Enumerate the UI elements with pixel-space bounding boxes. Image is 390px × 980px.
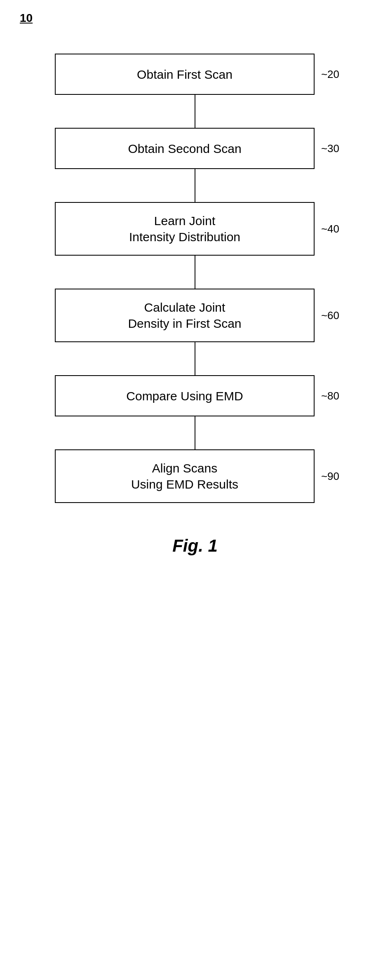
connector-2 [195,169,195,202]
step-60-ref: ~60 [321,309,339,322]
step-20-label: Obtain First Scan [137,66,233,82]
flow-box-20: Obtain First Scan [55,54,315,95]
step-20-ref: ~20 [321,68,339,81]
flow-box-80: Compare Using EMD [55,375,315,416]
flow-box-30: Obtain Second Scan [55,128,315,169]
connector-4 [195,342,195,375]
flow-step-90: Align ScansUsing EMD Results ~90 [55,449,335,503]
flowchart: Obtain First Scan ~20 Obtain Second Scan… [0,54,390,503]
flow-step-30: Obtain Second Scan ~30 [55,128,335,169]
connector-5 [195,416,195,449]
fig-caption: Fig. 1 [172,536,218,556]
flow-step-60: Calculate JointDensity in First Scan ~60 [55,289,335,342]
flow-step-80: Compare Using EMD ~80 [55,375,335,416]
connector-1 [195,95,195,128]
step-30-ref: ~30 [321,142,339,155]
figure-label: 10 [20,12,33,25]
connector-3 [195,256,195,289]
step-40-label: Learn JointIntensity Distribution [129,213,240,245]
step-80-ref: ~80 [321,390,339,402]
flow-box-60: Calculate JointDensity in First Scan [55,289,315,342]
flow-box-90: Align ScansUsing EMD Results [55,449,315,503]
flow-step-40: Learn JointIntensity Distribution ~40 [55,202,335,256]
step-60-label: Calculate JointDensity in First Scan [128,299,241,331]
step-90-ref: ~90 [321,470,339,483]
step-30-label: Obtain Second Scan [128,141,241,157]
step-80-label: Compare Using EMD [126,388,243,404]
step-90-label: Align ScansUsing EMD Results [131,460,238,492]
step-40-ref: ~40 [321,223,339,235]
page-container: 10 Obtain First Scan ~20 Obtain Second S… [0,0,390,980]
flow-step-20: Obtain First Scan ~20 [55,54,335,95]
flow-box-40: Learn JointIntensity Distribution [55,202,315,256]
